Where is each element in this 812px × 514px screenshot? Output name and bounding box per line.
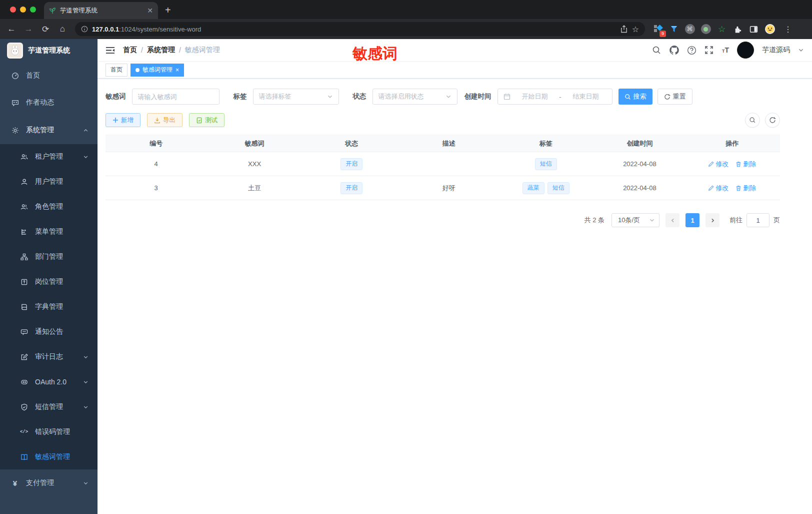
extension-record-icon[interactable]: [699, 23, 712, 36]
calendar-icon: [504, 93, 510, 100]
status-select[interactable]: 请选择启用状态: [372, 89, 458, 105]
header-actions: 操作: [684, 135, 780, 152]
export-button[interactable]: 导出: [147, 113, 182, 127]
sidebar-item-menu[interactable]: 菜单管理: [0, 219, 98, 244]
browser-menu-icon[interactable]: ⋮: [779, 25, 797, 34]
extension-star-icon[interactable]: ☆: [715, 23, 728, 36]
address-bar[interactable]: 127.0.0.1:1024/system/sensitive-word ☆: [75, 22, 645, 36]
user-name[interactable]: 芋道源码: [762, 46, 790, 55]
test-button[interactable]: 测试: [189, 113, 224, 127]
role-icon: [20, 203, 28, 211]
sidebar-item-oauth[interactable]: OAuth 2.0: [0, 369, 98, 394]
browser-tab[interactable]: 芋道管理系统 ✕: [44, 2, 158, 19]
user-avatar[interactable]: [737, 42, 754, 59]
tenant-icon: [20, 153, 28, 161]
new-tab-button[interactable]: +: [165, 5, 171, 16]
share-icon[interactable]: [620, 25, 628, 33]
close-window-button[interactable]: [10, 7, 16, 13]
sidebar-item-sms[interactable]: 短信管理: [0, 394, 98, 419]
table-row: 3 土豆 开启 好呀 蔬菜短信 2022-04-08 修改: [106, 176, 780, 200]
status-badge: 开启: [340, 182, 362, 194]
keyword-input[interactable]: [138, 93, 214, 101]
sidebar-item-author-news[interactable]: 作者动态: [0, 89, 98, 116]
back-button[interactable]: ←: [4, 22, 19, 37]
extensions-puzzle-icon[interactable]: [731, 23, 744, 36]
github-icon[interactable]: [670, 46, 679, 55]
sidebar-item-department[interactable]: 部门管理: [0, 244, 98, 269]
side-panel-icon[interactable]: [747, 23, 760, 36]
next-page-button[interactable]: [706, 213, 720, 227]
page-size-value: 10条/页: [618, 216, 640, 225]
reload-button[interactable]: ⟳: [38, 22, 53, 37]
header-tags: 标签: [496, 135, 595, 152]
edit-link[interactable]: 修改: [708, 184, 728, 193]
tag-sensitive-word[interactable]: 敏感词管理 ×: [130, 64, 184, 77]
app: 芋道管理系统 首页 作者动态 系统管理: [0, 39, 812, 514]
add-button-label: 新增: [121, 116, 134, 125]
search-icon[interactable]: [652, 46, 662, 55]
edit-link-label: 修改: [716, 160, 728, 169]
sidebar-item-notice[interactable]: 通知公告: [0, 319, 98, 344]
home-button[interactable]: ⌂: [55, 22, 70, 37]
cell-id: 3: [106, 176, 206, 200]
tag-label: 首页: [110, 66, 122, 74]
total-count: 共 2 条: [584, 216, 604, 225]
date-range-picker[interactable]: 开始日期 - 结束日期: [498, 89, 612, 105]
reset-button[interactable]: 重置: [658, 89, 692, 105]
bookmark-star-icon[interactable]: ☆: [632, 25, 639, 34]
cell-word: 土豆: [206, 176, 302, 200]
delete-link[interactable]: 删除: [736, 160, 756, 169]
chevron-down-icon: [83, 354, 88, 360]
tab-close-icon[interactable]: ✕: [147, 7, 153, 15]
goto-page-input[interactable]: [746, 213, 770, 227]
extension-grid-icon[interactable]: 9: [651, 23, 664, 36]
audit-log-icon: [20, 353, 28, 361]
browser-toolbar: ← → ⟳ ⌂ 127.0.0.1:1024/system/sensitive-…: [0, 19, 812, 39]
sidebar-item-payment[interactable]: ¥ 支付管理: [0, 469, 98, 496]
sidebar-item-label: 敏感词管理: [35, 452, 70, 461]
page-size-select[interactable]: 10条/页: [612, 213, 660, 227]
show-search-icon[interactable]: [745, 113, 760, 128]
breadcrumb-system[interactable]: 系统管理: [147, 46, 175, 55]
caret-down-icon[interactable]: [798, 47, 804, 53]
tag-close-icon[interactable]: ×: [176, 67, 179, 74]
sidebar-item-post[interactable]: 岗位管理: [0, 269, 98, 294]
refresh-icon[interactable]: [765, 113, 780, 128]
edit-link[interactable]: 修改: [708, 160, 728, 169]
tag-home[interactable]: 首页: [106, 64, 128, 77]
fullscreen-icon[interactable]: [704, 46, 714, 55]
tag-select[interactable]: 请选择标签: [253, 89, 339, 105]
extension-command-icon[interactable]: ⌘: [683, 23, 696, 36]
sidebar-item-error-code[interactable]: </> 错误码管理: [0, 419, 98, 444]
prev-page-button[interactable]: [666, 213, 680, 227]
menu-tree-icon: [20, 228, 28, 236]
breadcrumb-home[interactable]: 首页: [123, 46, 137, 55]
help-icon[interactable]: [687, 46, 696, 55]
zoom-window-button[interactable]: [30, 7, 36, 13]
page-number-button[interactable]: 1: [686, 213, 700, 227]
minimize-window-button[interactable]: [20, 7, 26, 13]
sidebar-item-audit-log[interactable]: 审计日志: [0, 344, 98, 369]
sidebar: 芋道管理系统 首页 作者动态 系统管理: [0, 39, 98, 514]
date-end-placeholder: 结束日期: [566, 92, 606, 101]
delete-link[interactable]: 删除: [736, 184, 756, 193]
profile-avatar[interactable]: [763, 23, 776, 36]
breadcrumb-separator: /: [141, 46, 143, 54]
site-info-icon[interactable]: [81, 26, 88, 33]
sidebar-collapse-icon[interactable]: [106, 47, 115, 54]
sidebar-item-dictionary[interactable]: 字典管理: [0, 294, 98, 319]
add-button[interactable]: 新增: [106, 113, 140, 127]
font-size-icon[interactable]: TT: [722, 46, 729, 54]
sidebar-item-system[interactable]: 系统管理: [0, 116, 98, 144]
forward-button[interactable]: →: [21, 22, 36, 37]
extension-funnel-icon[interactable]: [667, 23, 680, 36]
search-button[interactable]: 搜索: [618, 89, 652, 105]
sidebar-item-user[interactable]: 用户管理: [0, 169, 98, 194]
sidebar-logo[interactable]: 芋道管理系统: [0, 39, 98, 62]
sidebar-item-sensitive-word[interactable]: 敏感词管理: [0, 444, 98, 469]
sidebar-item-tenant[interactable]: 租户管理: [0, 144, 98, 169]
edit-link-label: 修改: [716, 184, 728, 193]
cell-actions: 修改 删除: [684, 152, 780, 176]
sidebar-item-home[interactable]: 首页: [0, 62, 98, 89]
sidebar-item-role[interactable]: 角色管理: [0, 194, 98, 219]
